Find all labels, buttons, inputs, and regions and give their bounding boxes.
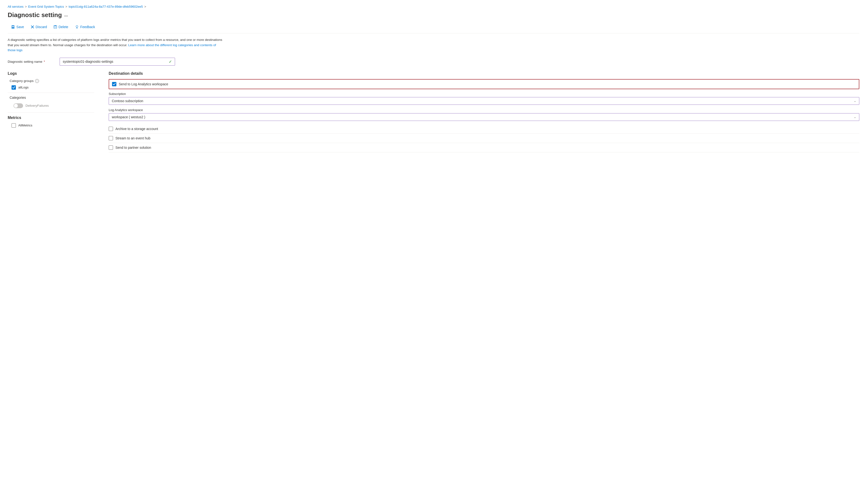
breadcrumb-topic[interactable]: topic01stg-811a624a-8a77-437e-89de-dfeb5… <box>69 5 143 8</box>
svg-line-11 <box>76 28 77 29</box>
log-analytics-label: Send to Log Analytics workspace <box>119 82 168 86</box>
event-hub-checkbox[interactable] <box>109 136 113 140</box>
destination-header: Destination details <box>109 71 859 76</box>
breadcrumb-all-services[interactable]: All services <box>8 5 23 8</box>
all-metrics-checkbox[interactable] <box>12 123 16 128</box>
subscription-dropdown[interactable]: Contoso subscription ⌄ <box>109 97 859 105</box>
delete-button[interactable]: Delete <box>50 23 72 30</box>
description-text: A diagnostic setting specifies a list of… <box>8 37 224 53</box>
svg-rect-5 <box>54 26 57 28</box>
save-button[interactable]: Save <box>8 23 28 30</box>
category-groups-label: Category groups i <box>10 79 94 83</box>
valid-checkmark-icon: ✓ <box>169 60 172 64</box>
workspace-value: workspace ( westus2 ) <box>112 115 145 119</box>
category-groups-info-icon[interactable]: i <box>35 79 39 83</box>
categories-label: Categories <box>10 96 94 99</box>
title-ellipsis[interactable]: ... <box>64 12 68 18</box>
archive-storage-checkbox[interactable] <box>109 127 113 131</box>
log-analytics-row: Send to Log Analytics workspace <box>109 79 859 89</box>
svg-point-10 <box>76 25 78 28</box>
subscription-dropdown-arrow: ⌄ <box>854 99 856 103</box>
all-logs-row: allLogs <box>12 85 94 90</box>
delivery-failures-toggle[interactable] <box>13 103 23 108</box>
delete-label: Delete <box>58 25 68 29</box>
feedback-label: Feedback <box>80 25 95 29</box>
discard-icon <box>31 25 34 29</box>
svg-line-12 <box>77 28 78 29</box>
log-analytics-checkbox[interactable] <box>112 82 116 86</box>
all-metrics-row: AllMetrics <box>12 123 94 128</box>
all-logs-checkbox[interactable] <box>12 85 16 90</box>
breadcrumb-sep-1: > <box>25 5 27 8</box>
delete-icon <box>54 25 57 29</box>
svg-rect-7 <box>55 25 56 26</box>
main-content: Logs Category groups i allLogs Categorie… <box>8 71 859 152</box>
save-label: Save <box>17 25 24 29</box>
setting-name-input-container[interactable]: ✓ <box>60 58 175 66</box>
all-metrics-label: AllMetrics <box>18 124 32 127</box>
right-panel: Destination details Send to Log Analytic… <box>109 71 859 152</box>
setting-name-row: Diagnostic setting name * ✓ <box>8 58 859 66</box>
setting-name-label: Diagnostic setting name * <box>8 60 56 63</box>
log-analytics-fields: Subscription Contoso subscription ⌄ Log … <box>109 92 859 121</box>
breadcrumb-event-grid[interactable]: Event Grid System Topics <box>28 5 64 8</box>
subscription-value: Contoso subscription <box>112 99 143 103</box>
archive-storage-row: Archive to a storage account <box>109 124 859 133</box>
svg-rect-2 <box>12 27 14 28</box>
required-marker: * <box>43 60 45 63</box>
left-panel: Logs Category groups i allLogs Categorie… <box>8 71 94 130</box>
workspace-dropdown[interactable]: workspace ( westus2 ) ⌄ <box>109 113 859 121</box>
feedback-icon <box>75 25 79 29</box>
logs-section-title: Logs <box>8 71 94 76</box>
metrics-section-title: Metrics <box>8 116 94 120</box>
partner-solution-checkbox[interactable] <box>109 146 113 150</box>
breadcrumb-sep-2: > <box>65 5 67 8</box>
breadcrumb: All services > Event Grid System Topics … <box>8 5 859 8</box>
all-logs-label: allLogs <box>18 86 29 89</box>
svg-rect-1 <box>12 25 14 26</box>
archive-storage-label: Archive to a storage account <box>115 127 158 131</box>
partner-solution-row: Send to partner solution <box>109 143 859 152</box>
subscription-label: Subscription <box>109 92 859 96</box>
delivery-failures-row: DeliveryFailures <box>13 102 94 110</box>
discard-button[interactable]: Discard <box>28 23 50 30</box>
discard-label: Discard <box>35 25 47 29</box>
event-hub-label: Stream to an event hub <box>115 136 150 140</box>
feedback-button[interactable]: Feedback <box>72 23 98 30</box>
breadcrumb-sep-3: > <box>144 5 146 8</box>
partner-solution-label: Send to partner solution <box>115 146 151 150</box>
delivery-failures-label: DeliveryFailures <box>25 104 49 107</box>
workspace-dropdown-arrow: ⌄ <box>854 115 856 119</box>
page-title: Diagnostic setting <box>8 11 62 19</box>
toolbar: Save Discard Delete <box>8 23 859 33</box>
event-hub-row: Stream to an event hub <box>109 133 859 143</box>
page-title-container: Diagnostic setting ... <box>8 11 859 19</box>
logs-metrics-divider <box>8 112 94 113</box>
workspace-label: Log Analytics workspace <box>109 108 859 112</box>
save-icon <box>11 25 15 29</box>
setting-name-input[interactable] <box>63 60 169 63</box>
logs-categories-divider <box>8 93 94 93</box>
